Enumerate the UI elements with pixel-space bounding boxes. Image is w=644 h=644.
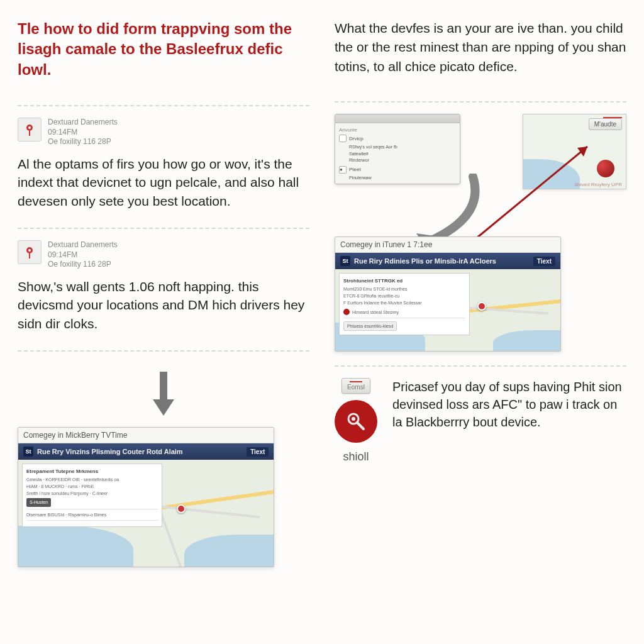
checkbox-icon[interactable]	[339, 135, 347, 142]
map-card-left: Comegey in MickBerry TVTime St Rue Rry V…	[18, 427, 274, 567]
divider	[18, 350, 309, 352]
svg-marker-5	[153, 399, 174, 416]
map-bar-button[interactable]: Tiext	[247, 447, 269, 457]
overlay-title: Strohtuneint STTRGK ed	[343, 277, 465, 286]
map-pin-icon	[177, 504, 186, 513]
comment-block-1: Dextuard Danemerts 09:14FM Oe foxility 1…	[18, 118, 309, 210]
meta-line: Oe foxility 116 28P	[48, 137, 118, 147]
map-bar-text: Rue Riry Rdinies Plis or Minsib-irA AClo…	[354, 257, 496, 265]
overlay-lines: Momt210 Emu STOE-id morthes ETCR-8 GRito…	[343, 286, 465, 307]
promo-block: Eomsl shioll Pricasef you day of sups ha…	[335, 378, 626, 464]
promo-button[interactable]: Eomsl	[341, 378, 370, 394]
red-dot-icon	[597, 160, 614, 177]
meta-line: Oe foxility 116 28P	[48, 260, 118, 270]
map-blue-bar: St Rue Rry Vinzins Plisming Couter Rotd …	[18, 443, 274, 460]
map-bar-button[interactable]: Tiext	[533, 257, 555, 266]
meta-line: 09:14FM	[48, 128, 118, 138]
divider	[18, 228, 309, 229]
pin-icon	[18, 240, 42, 264]
intro-text: What the devfes is an your are ive than.…	[335, 19, 626, 76]
headline: Tle how to did form trappving som the li…	[18, 19, 309, 80]
overlay-key: Disensare BISUSId · Risparninu-o Bimes	[26, 511, 158, 518]
svg-point-10	[352, 417, 355, 421]
mini-badge-button[interactable]: M'audte	[589, 118, 622, 130]
map-title: Comegey in iTunev 1 7:1ee	[335, 237, 560, 253]
meta-line: 09:14FM	[48, 250, 118, 260]
left-column: Tle how to did form trappving som the li…	[18, 19, 309, 625]
comment-meta: Dextuard Danemerts 09:14FM Oe foxility 1…	[48, 118, 118, 147]
overlay-button[interactable]: Phtuess esumWo-klesd	[343, 321, 397, 331]
map-bar-icon: St	[340, 256, 350, 266]
promo-left: Eomsl shioll	[335, 378, 377, 464]
window-title: Anvunie	[339, 127, 456, 133]
svg-rect-4	[160, 372, 167, 399]
diagram-area: Anvunie Drvicp RSfwy's vol seqes Aor fb …	[335, 114, 626, 340]
map-pin-icon	[477, 302, 486, 311]
svg-point-1	[28, 126, 31, 129]
comment-meta: Dextuard Danemerts 09:14FM Oe foxility 1…	[48, 240, 118, 270]
overlay-lines: Gmesta · KORFEEIDR OIE · seentefinisedis…	[26, 476, 158, 497]
map-overlay: Strohtuneint STTRGK ed Momt210 Emu STOE-…	[339, 273, 470, 335]
map-card-right: Comegey in iTunev 1 7:1ee St Rue Riry Rd…	[335, 236, 561, 352]
divider	[18, 105, 309, 106]
divider	[335, 101, 626, 103]
meta-line: Dextuard Danemerts	[48, 118, 118, 128]
arrow-down-icon	[153, 372, 174, 418]
map-body[interactable]: Etrepament Tutepne Mrkmens Gmesta · KORF…	[18, 460, 274, 567]
comment-head: Dextuard Danemerts 09:14FM Oe foxility 1…	[18, 118, 309, 147]
map-body[interactable]: Strohtuneint STTRGK ed Momt210 Emu STOE-…	[335, 269, 560, 351]
dot-icon	[343, 309, 350, 315]
comment-body: Al the optams of firs you how go or wov,…	[18, 155, 309, 210]
svg-point-3	[28, 249, 31, 252]
comment-block-2: Dextuard Danemerts 09:14FM Oe foxility 1…	[18, 240, 309, 333]
overlay-title: Etrepament Tutepne Mrkmens	[26, 468, 158, 476]
map-bar-icon: St	[23, 447, 33, 457]
promo-text: Pricasef you day of sups having Phit sio…	[392, 378, 626, 431]
svg-marker-8	[577, 147, 587, 157]
comment-body: Show,'s wall gents 1.06 noft happing. th…	[18, 277, 309, 333]
red-circle-icon	[335, 400, 377, 443]
meta-line: Dextuard Danemerts	[48, 240, 118, 250]
map-bar-text: Rue Rry Vinzins Plisming Couter Rotd Ala…	[37, 448, 183, 455]
pin-icon	[18, 118, 42, 142]
map-overlay: Etrepament Tutepne Mrkmens Gmesta · KORF…	[22, 464, 162, 527]
window-titlebar	[335, 114, 460, 123]
promo-label: shioll	[343, 450, 369, 464]
comment-head: Dextuard Danemerts 09:14FM Oe foxility 1…	[18, 240, 309, 270]
map-title: Comegey in MickBerry TVTime	[18, 428, 274, 443]
map-blue-bar: St Rue Riry Rdinies Plis or Minsib-irA A…	[335, 253, 560, 269]
checkbox-icon[interactable]: ●	[339, 166, 347, 174]
overlay-button[interactable]: S-Husten	[26, 498, 51, 506]
overlay-key: Himeard stdeal Stesimy	[352, 309, 399, 316]
badge-accent	[603, 117, 622, 118]
right-column: What the devfes is an your are ive than.…	[335, 19, 626, 625]
divider	[335, 365, 626, 367]
